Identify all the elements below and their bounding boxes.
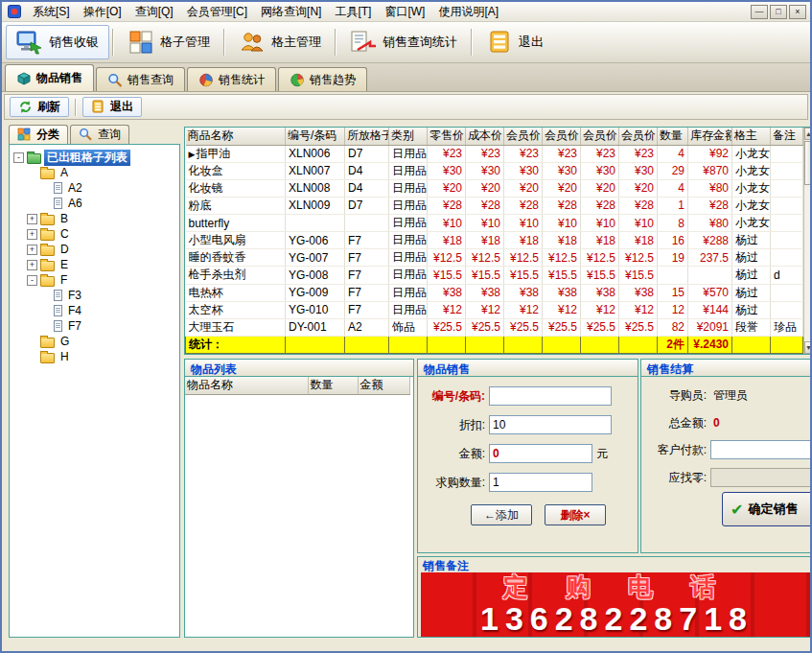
barcode-input[interactable] <box>489 386 612 406</box>
tab-goods-sale[interactable]: 物品销售 <box>5 64 94 91</box>
tree-node[interactable]: -F <box>12 272 177 288</box>
tree-node[interactable]: -已出租格子列表 <box>12 150 177 165</box>
tree-node[interactable]: +D <box>12 242 177 257</box>
pie-chart-icon <box>198 73 214 87</box>
table-row[interactable]: 太空杯YG-010F7日用品¥12¥12¥12¥12¥12¥1212¥144杨过 <box>186 301 803 318</box>
table-row[interactable]: 电热杯YG-009F7日用品¥38¥38¥38¥38¥38¥3815¥570杨过 <box>186 284 803 301</box>
scroll-up-icon[interactable] <box>804 128 812 140</box>
column-header[interactable]: 成本价 <box>466 128 504 145</box>
table-cell: ¥38 <box>466 284 504 301</box>
menu-item[interactable]: 会员管理[C] <box>180 2 254 22</box>
tree-node[interactable]: +B <box>12 211 177 226</box>
expand-icon[interactable]: + <box>27 214 37 224</box>
table-cell: ¥38 <box>428 284 466 301</box>
column-header[interactable]: 备注 <box>771 128 803 145</box>
refresh-button[interactable]: 刷新 <box>10 97 69 117</box>
expand-icon[interactable]: + <box>27 229 37 240</box>
quantity-input[interactable] <box>489 473 592 492</box>
tree-node[interactable]: F4 <box>12 303 177 318</box>
close-button[interactable]: × <box>789 5 806 19</box>
tab-sales-stats[interactable]: 销售统计 <box>187 67 276 91</box>
menu-item[interactable]: 网络查询[N] <box>254 2 328 22</box>
menu-item[interactable]: 工具[T] <box>328 2 378 22</box>
table-row[interactable]: 化妆镜XLN008D4日用品¥20¥20¥20¥20¥20¥204¥80小龙女 <box>186 179 803 197</box>
maximize-button[interactable]: □ <box>770 5 787 19</box>
sidebar-tab-category[interactable]: 分类 <box>9 125 68 144</box>
tree-node[interactable]: +C <box>12 226 177 242</box>
menu-item[interactable]: 操作[O] <box>77 2 128 22</box>
customer-payment-input[interactable] <box>710 440 812 459</box>
tree-node[interactable]: G <box>12 334 177 349</box>
toolbar-separator <box>335 29 336 56</box>
column-header[interactable]: 数量 <box>308 377 358 394</box>
table-cell <box>771 215 803 232</box>
table-row[interactable]: 小型电风扇YG-006F7日用品¥18¥18¥18¥18¥18¥1816¥288… <box>186 232 803 249</box>
table-row[interactable]: 睡的香蚊香YG-007F7日用品¥12.5¥12.5¥12.5¥12.5¥12.… <box>186 249 803 267</box>
grid-owner-button[interactable]: 格主管理 <box>228 25 332 59</box>
menu-item[interactable]: 使用说明[A] <box>431 2 505 22</box>
table-cell <box>771 162 803 179</box>
tree-node[interactable]: A6 <box>12 196 177 211</box>
grid-manage-button[interactable]: 格子管理 <box>117 25 220 59</box>
tab-sales-query[interactable]: 销售查询 <box>96 67 185 91</box>
column-header[interactable]: 所放格子 <box>345 128 389 145</box>
menu-item[interactable]: 窗口[W] <box>378 2 431 22</box>
column-header[interactable]: 类别 <box>389 128 428 145</box>
column-header[interactable]: 商品名称 <box>186 128 286 145</box>
confirm-sale-button[interactable]: ✔ 确定销售 <box>722 492 812 526</box>
scroll-down-icon[interactable] <box>804 341 812 354</box>
sidebar-tab-search[interactable]: 查询 <box>70 125 129 144</box>
tree-node[interactable]: F7 <box>12 318 177 334</box>
tab-sales-trend[interactable]: 销售趋势 <box>278 67 367 91</box>
scroll-thumb[interactable] <box>804 141 812 185</box>
column-header[interactable]: 会员价 <box>581 128 619 145</box>
exit-app-button[interactable]: 退出 <box>476 25 554 59</box>
minimize-button[interactable]: — <box>751 5 768 19</box>
collapse-icon[interactable]: - <box>13 152 24 163</box>
column-header[interactable]: 零售价 <box>428 128 466 145</box>
column-header[interactable]: 金额 <box>358 377 409 394</box>
table-row[interactable]: butterfly日用品¥10¥10¥10¥10¥10¥108¥80小龙女 <box>186 215 803 232</box>
exit-button[interactable]: 退出 <box>82 97 142 117</box>
table-row[interactable]: ▶指甲油XLN006D7日用品¥23¥23¥23¥23¥23¥234¥92小龙女 <box>186 145 803 162</box>
tree-node[interactable]: H <box>12 349 177 364</box>
menu-item[interactable]: 查询[Q] <box>128 2 180 22</box>
column-header[interactable]: 数量 <box>658 128 688 145</box>
table-cell: d <box>771 267 803 284</box>
delete-item-button[interactable]: 删除× <box>545 504 606 525</box>
table-row[interactable]: 粉底XLN009D7日用品¥28¥28¥28¥28¥28¥281¥28小龙女 <box>186 197 803 214</box>
amount-input[interactable] <box>489 444 592 463</box>
table-cell: ¥28 <box>428 197 466 214</box>
column-header[interactable]: 会员价 <box>543 128 581 145</box>
tree-node[interactable]: A2 <box>12 180 177 196</box>
table-scrollbar[interactable] <box>803 128 812 354</box>
item-list-panel: 物品列表 物品名称数量金额 <box>184 359 414 638</box>
column-header[interactable]: 编号/条码 <box>286 128 345 145</box>
sales-cashier-button[interactable]: 销售收银 <box>6 25 109 59</box>
product-table: 商品名称编号/条码所放格子类别零售价成本价会员价会员价会员价会员价数量库存金额格… <box>185 128 803 354</box>
stats-cell <box>428 336 466 353</box>
column-header[interactable]: 库存金额 <box>688 128 732 145</box>
tree-node[interactable]: +E <box>12 257 177 272</box>
sales-query-stats-button[interactable]: 销售查询统计 <box>339 25 468 59</box>
folder-icon <box>40 261 55 271</box>
scroll-track[interactable] <box>804 186 812 341</box>
table-cell: ¥10 <box>619 215 658 232</box>
expand-icon[interactable]: + <box>27 260 37 270</box>
add-item-button[interactable]: ←添加 <box>471 504 532 525</box>
unit-label: 元 <box>596 446 608 462</box>
table-cell: 小龙女 <box>732 145 771 162</box>
expand-icon[interactable]: + <box>27 245 37 255</box>
collapse-icon[interactable]: - <box>27 275 37 286</box>
discount-input[interactable] <box>489 415 612 434</box>
column-header[interactable]: 会员价 <box>619 128 658 145</box>
table-row[interactable]: 枪手杀虫剂YG-008F7日用品¥15.5¥15.5¥15.5¥15.5¥15.… <box>186 267 803 284</box>
column-header[interactable]: 会员价 <box>504 128 543 145</box>
menu-item[interactable]: 系统[S] <box>26 2 77 22</box>
column-header[interactable]: 格主 <box>732 128 771 145</box>
tree-node[interactable]: F3 <box>12 288 177 303</box>
tree-node[interactable]: A <box>12 165 177 180</box>
table-row[interactable]: 大理玉石DY-001A2饰品¥25.5¥25.5¥25.5¥25.5¥25.5¥… <box>186 318 803 336</box>
table-row[interactable]: 化妆盒XLN007D4日用品¥30¥30¥30¥30¥30¥3029¥870小龙… <box>186 162 803 179</box>
column-header[interactable]: 物品名称 <box>185 377 308 394</box>
